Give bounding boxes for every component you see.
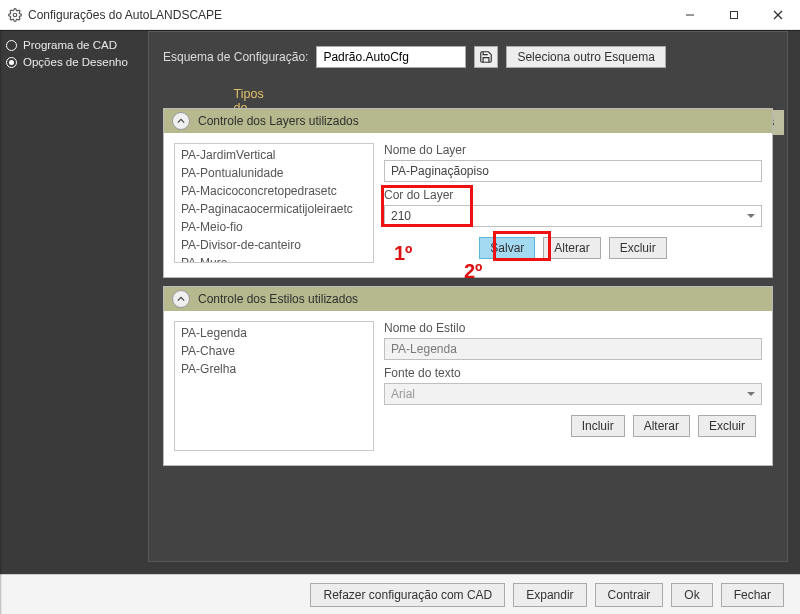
list-item[interactable]: PA-Legenda — [179, 324, 369, 342]
annotation-2: 2º — [464, 260, 482, 283]
tab-content: Controle dos Layers utilizados PA-Jardim… — [163, 108, 773, 551]
layer-save-button[interactable]: Salvar — [479, 237, 535, 259]
style-delete-button[interactable]: Excluir — [698, 415, 756, 437]
list-item[interactable]: PA-Chave — [179, 342, 369, 360]
svg-rect-2 — [731, 11, 738, 18]
maximize-button[interactable] — [712, 0, 756, 30]
style-edit-button[interactable]: Alterar — [633, 415, 690, 437]
layers-section-header: Controle dos Layers utilizados — [164, 109, 772, 133]
sidebar-item-cad-program[interactable]: Programa de CAD — [6, 39, 142, 51]
select-other-scheme-button[interactable]: Seleciona outro Esquema — [506, 46, 665, 68]
window-title: Configurações do AutoLANDSCAPE — [28, 8, 668, 22]
redo-cad-button[interactable]: Refazer configuração com CAD — [310, 583, 505, 607]
style-name-input[interactable] — [384, 338, 762, 360]
layer-name-label: Nome do Layer — [384, 143, 762, 157]
scheme-label: Esquema de Configuração: — [163, 50, 308, 64]
layer-name-input[interactable] — [384, 160, 762, 182]
close-icon — [773, 10, 783, 20]
list-item[interactable]: PA-Muro — [179, 254, 369, 263]
style-font-value: Arial — [391, 387, 415, 401]
chevron-up-icon — [177, 295, 185, 303]
list-item[interactable]: PA-Pontualunidade — [179, 164, 369, 182]
title-bar: Configurações do AutoLANDSCAPE — [0, 0, 800, 30]
contract-button[interactable]: Contrair — [595, 583, 664, 607]
app-body: Programa de CAD Opções de Desenho Esquem… — [0, 30, 800, 574]
sidebar: Programa de CAD Opções de Desenho — [0, 31, 148, 574]
chevron-up-icon — [177, 117, 185, 125]
sidebar-item-label: Programa de CAD — [23, 39, 117, 51]
layers-section: Controle dos Layers utilizados PA-Jardim… — [163, 108, 773, 278]
style-font-label: Fonte do texto — [384, 366, 762, 380]
list-item[interactable]: PA-Paginacaocermicatijoleiraetc — [179, 200, 369, 218]
collapse-button[interactable] — [172, 290, 190, 308]
sidebar-item-drawing-options[interactable]: Opções de Desenho — [6, 56, 142, 68]
maximize-icon — [729, 10, 739, 20]
style-buttons: Incluir Alterar Excluir — [384, 415, 762, 437]
radio-icon — [6, 57, 17, 68]
layer-buttons: Salvar Alterar Excluir — [384, 237, 762, 259]
layers-list[interactable]: PA-JardimVertical PA-Pontualunidade PA-M… — [174, 143, 374, 263]
style-include-button[interactable]: Incluir — [571, 415, 625, 437]
layer-delete-button[interactable]: Excluir — [609, 237, 667, 259]
styles-section-header: Controle dos Estilos utilizados — [164, 287, 772, 311]
close-window-button[interactable]: Fechar — [721, 583, 784, 607]
styles-section: Controle dos Estilos utilizados PA-Legen… — [163, 286, 773, 466]
minimize-icon — [685, 10, 695, 20]
save-scheme-button[interactable] — [474, 46, 498, 68]
layer-color-value: 210 — [391, 209, 411, 223]
main-panel: Esquema de Configuração: Seleciona outro… — [148, 31, 788, 562]
ok-button[interactable]: Ok — [671, 583, 712, 607]
close-button[interactable] — [756, 0, 800, 30]
list-item[interactable]: PA-Divisor-de-canteiro — [179, 236, 369, 254]
section-title: Controle dos Layers utilizados — [198, 114, 359, 128]
floppy-icon — [479, 50, 493, 64]
gear-icon — [8, 8, 22, 22]
list-item[interactable]: PA-Macicoconcretopedrasetc — [179, 182, 369, 200]
style-font-combo[interactable]: Arial — [384, 383, 762, 405]
style-name-label: Nome do Estilo — [384, 321, 762, 335]
collapse-button[interactable] — [172, 112, 190, 130]
radio-icon — [6, 40, 17, 51]
minimize-button[interactable] — [668, 0, 712, 30]
layer-edit-button[interactable]: Alterar — [543, 237, 600, 259]
layer-color-combo[interactable]: 210 — [384, 205, 762, 227]
styles-list[interactable]: PA-Legenda PA-Chave PA-Grelha — [174, 321, 374, 451]
list-item[interactable]: PA-Grelha — [179, 360, 369, 378]
bottom-bar: Refazer configuração com CAD Expandir Co… — [0, 574, 800, 614]
section-title: Controle dos Estilos utilizados — [198, 292, 358, 306]
scheme-input[interactable] — [316, 46, 466, 68]
list-item[interactable]: PA-Meio-fio — [179, 218, 369, 236]
sidebar-item-label: Opções de Desenho — [23, 56, 128, 68]
expand-button[interactable]: Expandir — [513, 583, 586, 607]
svg-point-0 — [13, 13, 17, 17]
list-item[interactable]: PA-JardimVertical — [179, 146, 369, 164]
scheme-row: Esquema de Configuração: Seleciona outro… — [149, 32, 787, 78]
layer-color-label: Cor do Layer — [384, 188, 762, 202]
